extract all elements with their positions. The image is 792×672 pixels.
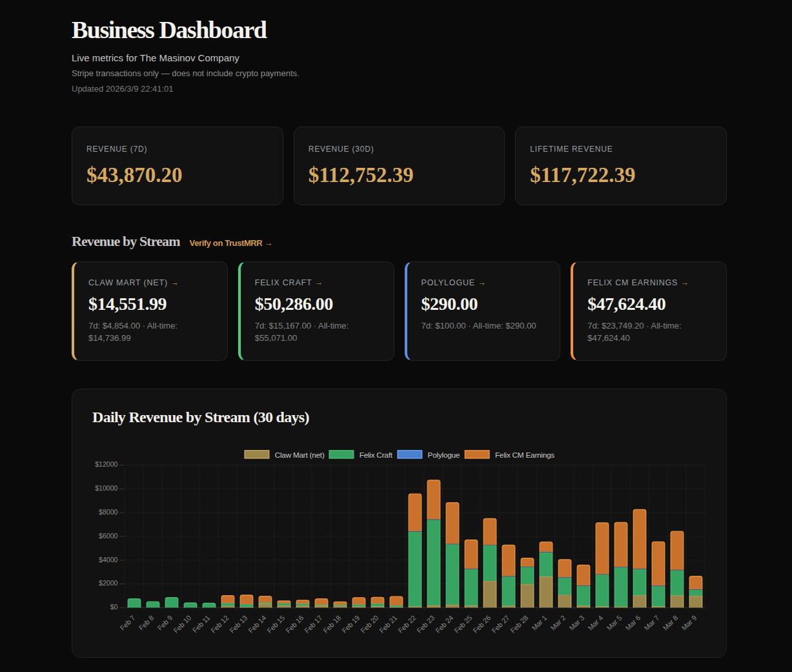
svg-text:Feb 8: Feb 8	[137, 613, 155, 631]
svg-text:Feb 26: Feb 26	[471, 613, 492, 634]
svg-text:Mar 1: Mar 1	[530, 613, 548, 631]
svg-text:Feb 11: Feb 11	[191, 613, 212, 634]
svg-text:Feb 19: Feb 19	[340, 613, 361, 634]
svg-text:Feb 21: Feb 21	[378, 613, 398, 634]
svg-text:Felix CM Earnings: Felix CM Earnings	[495, 450, 554, 459]
svg-text:$4000: $4000	[99, 555, 118, 563]
svg-text:Feb 20: Feb 20	[359, 613, 380, 634]
svg-text:Feb 25: Feb 25	[452, 613, 473, 634]
svg-text:Feb 7: Feb 7	[118, 613, 136, 631]
svg-text:Feb 13: Feb 13	[228, 613, 249, 634]
svg-text:$0: $0	[110, 603, 118, 611]
svg-text:$6000: $6000	[99, 531, 118, 539]
svg-text:Mar 5: Mar 5	[605, 613, 623, 631]
svg-text:Claw Mart (net): Claw Mart (net)	[275, 450, 325, 459]
svg-text:Polylogue: Polylogue	[428, 450, 460, 459]
svg-text:Felix Craft: Felix Craft	[360, 450, 393, 459]
svg-text:Mar 9: Mar 9	[680, 613, 698, 631]
svg-text:Feb 14: Feb 14	[247, 613, 267, 634]
svg-text:$12000: $12000	[95, 460, 117, 468]
svg-text:Feb 18: Feb 18	[321, 613, 342, 634]
svg-text:Mar 6: Mar 6	[624, 613, 642, 631]
svg-text:Mar 7: Mar 7	[642, 613, 660, 631]
svg-text:Mar 2: Mar 2	[549, 613, 567, 631]
svg-text:Feb 10: Feb 10	[172, 613, 192, 634]
svg-text:$10000: $10000	[95, 484, 117, 492]
svg-text:Feb 24: Feb 24	[434, 613, 454, 634]
svg-text:Mar 3: Mar 3	[567, 613, 585, 631]
svg-text:Feb 27: Feb 27	[490, 613, 511, 634]
svg-text:Mar 4: Mar 4	[586, 613, 604, 631]
svg-text:Mar 8: Mar 8	[661, 613, 679, 631]
svg-text:Feb 17: Feb 17	[303, 613, 323, 634]
svg-text:Feb 23: Feb 23	[415, 613, 436, 634]
svg-text:Feb 22: Feb 22	[396, 613, 417, 634]
svg-text:Feb 16: Feb 16	[284, 613, 305, 634]
svg-text:$8000: $8000	[99, 507, 118, 515]
svg-text:$2000: $2000	[99, 579, 118, 587]
svg-text:Feb 28: Feb 28	[509, 613, 529, 634]
svg-text:Feb 12: Feb 12	[209, 613, 230, 634]
svg-text:Feb 15: Feb 15	[265, 613, 286, 634]
